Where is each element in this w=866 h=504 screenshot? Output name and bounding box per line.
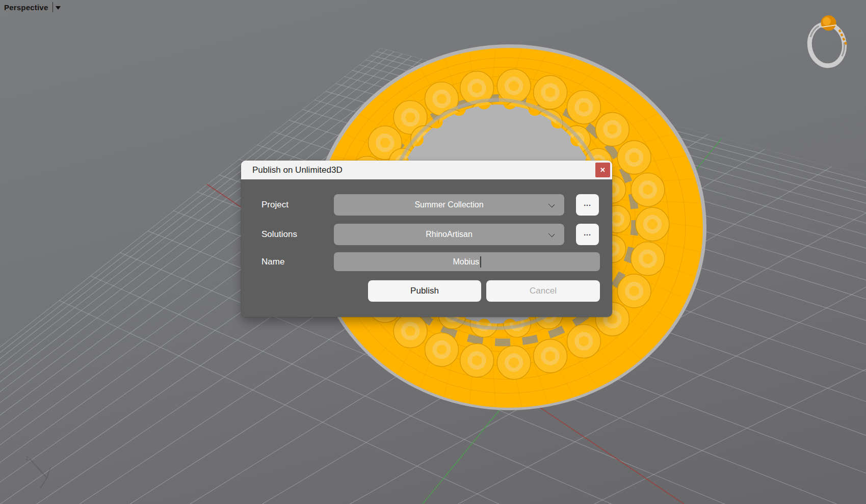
solutions-select[interactable]: RhinoArtisan — [334, 224, 564, 245]
dialog-body: Project Summer Collection ... Solutions … — [241, 179, 612, 317]
viewport-title-menu[interactable]: Perspective — [4, 1, 61, 13]
name-label: Name — [261, 252, 284, 271]
project-browse-button[interactable]: ... — [576, 194, 599, 216]
dialog-titlebar[interactable]: Publish on Unlimited3D ✕ — [241, 161, 612, 179]
cancel-button[interactable]: Cancel — [486, 280, 600, 302]
text-caret — [480, 256, 481, 268]
close-button[interactable]: ✕ — [595, 163, 610, 177]
project-select[interactable]: Summer Collection — [334, 194, 564, 216]
name-value: Mobius — [453, 257, 479, 267]
svg-text:z: z — [25, 455, 29, 462]
project-selected-value: Summer Collection — [414, 200, 483, 209]
viewport-3d[interactable]: z Perspective Publish on Unlimited3D ✕ P… — [0, 0, 866, 504]
chevron-down-icon — [548, 201, 555, 208]
solutions-selected-value: RhinoArtisan — [426, 230, 473, 239]
chevron-down-icon — [548, 231, 555, 237]
publish-dialog: Publish on Unlimited3D ✕ Project Summer … — [241, 161, 612, 317]
dialog-title: Publish on Unlimited3D — [252, 161, 343, 179]
viewport-menu-chevron-icon[interactable] — [56, 6, 61, 10]
solutions-browse-button[interactable]: ... — [576, 224, 599, 245]
close-icon: ✕ — [600, 167, 606, 173]
ring-logo-icon — [806, 13, 849, 68]
solutions-label: Solutions — [261, 224, 297, 245]
project-label: Project — [261, 194, 288, 216]
viewport-title-divider — [53, 2, 53, 12]
name-input[interactable]: Mobius — [334, 252, 600, 271]
publish-button[interactable]: Publish — [368, 280, 481, 302]
viewport-title: Perspective — [4, 3, 48, 12]
world-axes-icon: z — [25, 455, 50, 488]
